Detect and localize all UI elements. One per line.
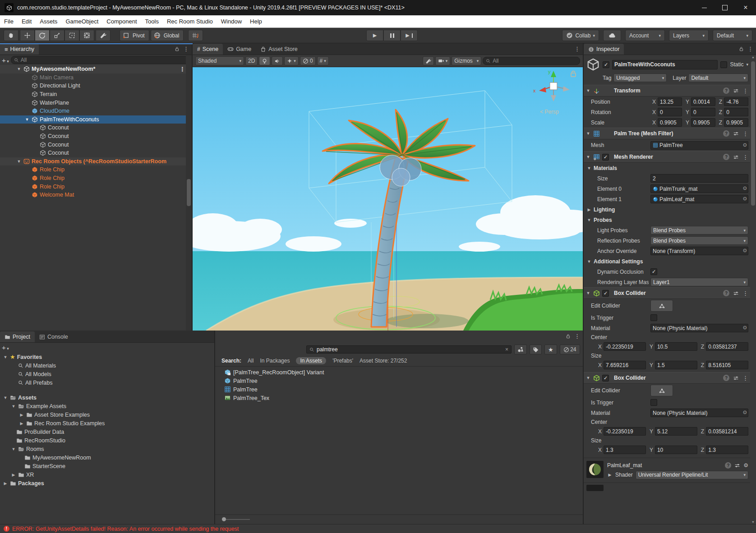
- gameobject-name-field[interactable]: PalmTreeWithCoconuts: [612, 60, 718, 69]
- materials-foldout[interactable]: Materials: [594, 165, 617, 171]
- size-z-field[interactable]: 8.516105: [706, 361, 748, 369]
- kebab-menu-icon[interactable]: ⋮: [574, 333, 580, 340]
- tree-item[interactable]: ▶Asset Store Examples: [0, 410, 214, 419]
- lock-icon[interactable]: [175, 46, 180, 51]
- add-asset-button[interactable]: + ▾: [2, 344, 9, 351]
- component-enabled-checkbox[interactable]: ✓: [602, 375, 609, 381]
- position-y-field[interactable]: 0.0014: [691, 97, 715, 106]
- hierarchy-item[interactable]: Coconut: [0, 140, 192, 149]
- favorites-item[interactable]: All Prefabs: [0, 378, 214, 387]
- rect-tool-button[interactable]: [65, 30, 79, 41]
- center-y-field[interactable]: 5.12: [655, 427, 697, 436]
- project-search-input[interactable]: palmtree ×: [306, 345, 512, 354]
- gear-icon[interactable]: ⚙: [743, 462, 748, 469]
- hierarchy-item[interactable]: Role Chip: [0, 182, 192, 191]
- hierarchy-scrollbar[interactable]: [186, 55, 192, 331]
- box-collider-1-header[interactable]: ▼ ✓ Box Collider ?⋮: [584, 287, 750, 299]
- result-item[interactable]: PalmTree: [215, 385, 583, 394]
- hierarchy-item-scene[interactable]: ▼ MyAwesomeNewRoom* ⋮: [0, 65, 192, 74]
- is-trigger-checkbox[interactable]: [650, 314, 657, 321]
- status-bar[interactable]: ! ERROR: GetUnityAssetDetails failed! Re…: [0, 524, 756, 533]
- static-checkbox[interactable]: [720, 61, 727, 68]
- filter-in-packages[interactable]: In Packages: [260, 358, 290, 364]
- shading-mode-dropdown[interactable]: Shaded▾: [195, 56, 244, 65]
- hierarchy-item[interactable]: Main Camera: [0, 74, 192, 82]
- hierarchy-search-input[interactable]: All: [11, 56, 190, 64]
- hierarchy-item-selected[interactable]: ▼PalmTreeWithCoconuts: [0, 115, 192, 124]
- rotate-tool-button[interactable]: [35, 30, 50, 41]
- component-tools-button[interactable]: [423, 56, 434, 65]
- shader-dropdown[interactable]: Universal Render Pipeline/Lit▾: [636, 471, 748, 479]
- hierarchy-item-recroom-objects[interactable]: ▼Rec Room Objects (^RecRoomStudioStarter…: [0, 157, 192, 166]
- static-dropdown-icon[interactable]: ▾: [746, 62, 748, 67]
- audio-toggle-button[interactable]: [272, 56, 283, 65]
- kebab-menu-icon[interactable]: ⋮: [183, 46, 189, 52]
- inspector-scrollbar[interactable]: ▲ ▼: [750, 55, 756, 524]
- global-toggle-button[interactable]: Global: [151, 30, 184, 41]
- hierarchy-item[interactable]: WaterPlane: [0, 98, 192, 107]
- 2d-toggle-button[interactable]: 2D: [245, 56, 258, 65]
- physic-material-field[interactable]: None (Physic Material)⊙: [650, 409, 748, 417]
- grid-visibility-dropdown[interactable]: #▾: [317, 56, 329, 65]
- center-z-field[interactable]: 0.03581214: [706, 427, 748, 436]
- size-x-field[interactable]: 7.659216: [604, 361, 646, 369]
- layout-dropdown[interactable]: Default▾: [713, 30, 752, 41]
- element0-object-field[interactable]: PalmTrunk_mat⊙: [650, 184, 748, 193]
- favorites-foldout[interactable]: ▼★ Favorites: [0, 353, 214, 361]
- mesh-filter-header[interactable]: ▼ Palm Tree (Mesh Filter) ?⋮: [584, 128, 750, 139]
- tab-inspector[interactable]: Inspector: [584, 44, 624, 55]
- menu-gameobject[interactable]: GameObject: [61, 18, 102, 25]
- lighting-foldout[interactable]: Lighting: [594, 207, 615, 213]
- filter-in-assets[interactable]: In Assets: [296, 357, 326, 364]
- scroll-down-icon[interactable]: ▼: [751, 520, 755, 524]
- physic-material-field[interactable]: None (Physic Material)⊙: [650, 324, 748, 332]
- tag-dropdown[interactable]: Untagged▾: [613, 74, 667, 82]
- anchor-override-field[interactable]: None (Transform)⊙: [650, 247, 748, 255]
- scene-viewport[interactable]: y x < Persp: [193, 67, 583, 331]
- tree-item[interactable]: ▶XR: [0, 470, 214, 479]
- account-dropdown[interactable]: Account▾: [625, 30, 665, 41]
- rendering-layer-dropdown[interactable]: Layer1▾: [650, 278, 748, 286]
- tree-item-assets[interactable]: ▼Assets: [0, 393, 214, 402]
- scale-x-field[interactable]: 0.9905: [658, 118, 682, 127]
- play-button[interactable]: ▶: [366, 30, 383, 41]
- hierarchy-item[interactable]: Coconut: [0, 132, 192, 141]
- tree-item[interactable]: ▶Rec Room Studio Examples: [0, 419, 214, 427]
- hierarchy-item[interactable]: Terrain: [0, 90, 192, 99]
- mesh-renderer-header[interactable]: ▼ ✓ Mesh Renderer ?⋮: [584, 151, 750, 163]
- menu-edit[interactable]: Edit: [18, 18, 36, 25]
- filter-prefabs[interactable]: 'Prefabs': [332, 358, 353, 364]
- tab-asset-store[interactable]: Asset Store: [256, 44, 302, 55]
- active-checkbox[interactable]: ✓: [603, 61, 609, 68]
- element1-object-field[interactable]: PalmLeaf_mat⊙: [650, 195, 748, 203]
- dynamic-occlusion-checkbox[interactable]: ✓: [650, 268, 657, 275]
- preset-icon[interactable]: [733, 88, 739, 94]
- result-item[interactable]: PalmTree_Tex: [215, 394, 583, 402]
- tab-game[interactable]: Game: [223, 44, 256, 55]
- tab-scene[interactable]: #Scene: [193, 44, 223, 55]
- clear-search-icon[interactable]: ×: [505, 346, 508, 353]
- help-icon[interactable]: ?: [725, 462, 731, 469]
- rotation-z-field[interactable]: 0: [724, 108, 748, 116]
- custom-tools-button[interactable]: [96, 30, 111, 41]
- search-by-type-button[interactable]: [514, 345, 527, 354]
- help-icon[interactable]: ?: [723, 154, 729, 160]
- favorites-item[interactable]: All Models: [0, 370, 214, 378]
- effects-dropdown[interactable]: ▾: [284, 56, 299, 65]
- object-picker-icon[interactable]: ⊙: [743, 196, 747, 202]
- additional-settings-foldout[interactable]: Additional Settings: [594, 258, 643, 265]
- hierarchy-item[interactable]: Coconut: [0, 124, 192, 132]
- add-gameobject-button[interactable]: + ▾: [2, 56, 9, 64]
- tree-item[interactable]: ▼Rooms: [0, 445, 214, 453]
- center-x-field[interactable]: -0.2235019: [604, 342, 646, 351]
- edit-collider-button[interactable]: [650, 385, 673, 396]
- tab-console[interactable]: Console: [35, 331, 73, 342]
- tree-item[interactable]: ProBuilder Data: [0, 427, 214, 436]
- kebab-menu-icon[interactable]: ⋮: [742, 87, 748, 94]
- close-button[interactable]: ×: [735, 0, 756, 15]
- menu-component[interactable]: Component: [102, 18, 141, 25]
- center-z-field[interactable]: 0.03581237: [706, 342, 748, 351]
- object-picker-icon[interactable]: ⊙: [743, 185, 747, 191]
- help-icon[interactable]: ?: [723, 375, 729, 381]
- lock-icon[interactable]: [739, 46, 744, 51]
